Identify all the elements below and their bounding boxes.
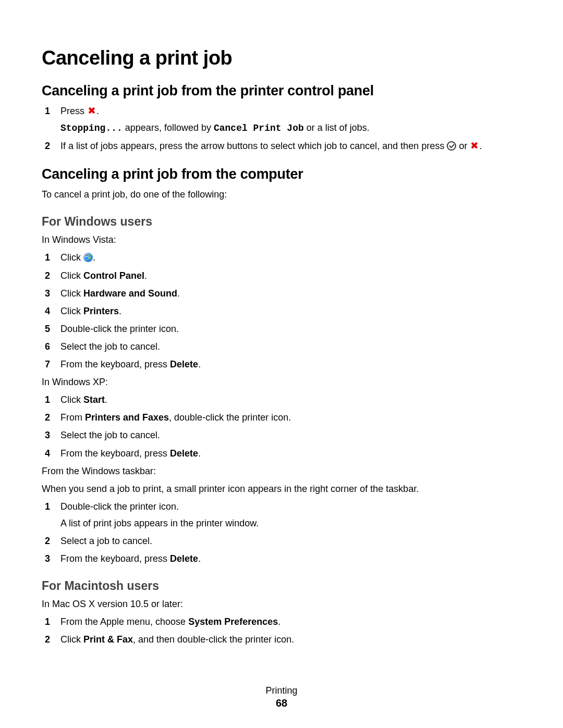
list-item: 3 Select the job to cancel.: [42, 428, 521, 442]
mac-steps: 1 From the Apple menu, choose System Pre…: [42, 615, 521, 646]
list-item: 4 Click Printers.: [42, 304, 521, 318]
heading-control-panel: Canceling a print job from the printer c…: [42, 83, 521, 99]
list-item: 1 Double-click the printer icon. A list …: [42, 500, 521, 530]
cancel-x-icon: [87, 106, 96, 115]
text: .: [479, 141, 482, 151]
xp-label: In Windows XP:: [42, 375, 521, 389]
taskbar-steps: 1 Double-click the printer icon. A list …: [42, 500, 521, 565]
heading-windows: For Windows users: [42, 215, 521, 229]
control-panel-steps: 1 Press . Stopping... appears, followed …: [42, 104, 521, 153]
list-item: 4 From the keyboard, press Delete.: [42, 447, 521, 460]
sub-text: Stopping... appears, followed by Cancel …: [60, 121, 521, 135]
sub-text: A list of print jobs appears in the prin…: [60, 516, 521, 530]
code-text: Stopping...: [60, 123, 123, 133]
mac-intro: In Mac OS X version 10.5 or later:: [42, 597, 521, 611]
footer-page-number: 68: [0, 697, 563, 709]
taskbar-label: From the Windows taskbar:: [42, 464, 521, 478]
list-item: 3 Click Hardware and Sound.: [42, 287, 521, 300]
xp-steps: 1 Click Start. 2 From Printers and Faxes…: [42, 393, 521, 460]
list-item: 2 From Printers and Faxes, double-click …: [42, 411, 521, 424]
heading-computer: Canceling a print job from the computer: [42, 166, 521, 182]
heading-mac: For Macintosh users: [42, 579, 521, 593]
intro-text: To cancel a print job, do one of the fol…: [42, 188, 521, 201]
cancel-x-icon: [470, 141, 479, 150]
code-text: Cancel Print Job: [214, 123, 304, 133]
list-item: 1 Press . Stopping... appears, followed …: [42, 104, 521, 135]
vista-label: In Windows Vista:: [42, 233, 521, 246]
list-item: 6 Select the job to cancel.: [42, 340, 521, 353]
page-title: Canceling a print job: [42, 47, 521, 69]
text: Press: [60, 106, 87, 116]
list-item: 1 Click .: [42, 251, 521, 264]
list-item: 2 Click Control Panel.: [42, 269, 521, 282]
list-item: 2 Select a job to cancel.: [42, 534, 521, 548]
list-item: 5 Double-click the printer icon.: [42, 322, 521, 336]
taskbar-intro: When you send a job to print, a small pr…: [42, 482, 521, 496]
page-footer: Printing 68: [0, 685, 563, 709]
ok-check-icon: [447, 141, 456, 151]
list-item: 2 Click Print & Fax, and then double-cli…: [42, 633, 521, 646]
footer-section: Printing: [0, 685, 563, 696]
list-item: 1 From the Apple menu, choose System Pre…: [42, 615, 521, 628]
text: .: [96, 106, 99, 116]
list-item: 2 If a list of jobs appears, press the a…: [42, 139, 521, 153]
list-item: 3 From the keyboard, press Delete.: [42, 552, 521, 565]
vista-steps: 1 Click . 2 Click Control Panel. 3 Click…: [42, 251, 521, 371]
list-item: 1 Click Start.: [42, 393, 521, 406]
text: or: [456, 141, 470, 151]
windows-start-icon: [83, 253, 93, 262]
text: If a list of jobs appears, press the arr…: [60, 141, 447, 151]
list-item: 7 From the keyboard, press Delete.: [42, 357, 521, 371]
